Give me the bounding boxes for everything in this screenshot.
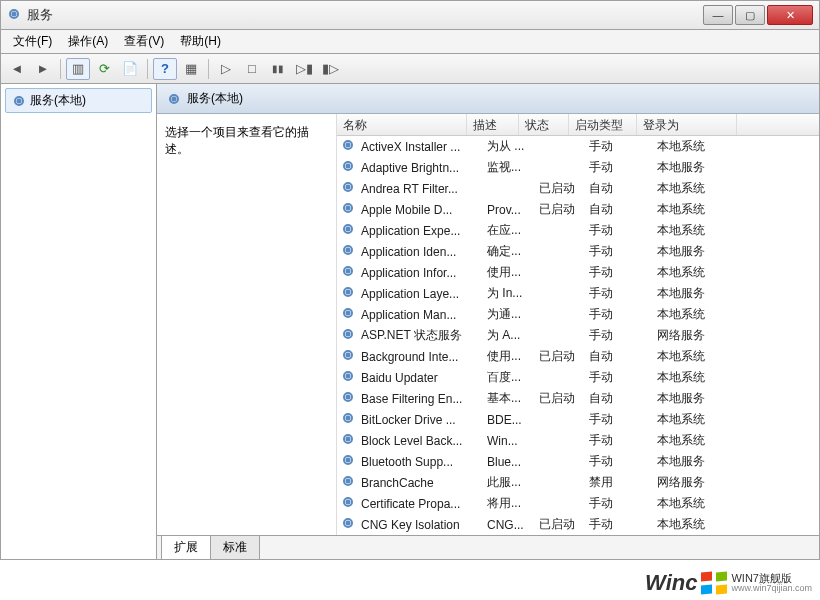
service-icon [341,474,357,491]
panel-body: 选择一个项目来查看它的描述。 名称 描述 状态 启动类型 登录为 ActiveX… [157,114,819,535]
cell-desc: 为通... [487,306,539,323]
resume-service-button[interactable]: ▮▷ [318,58,342,80]
table-row[interactable]: Apple Mobile D...Prov...已启动自动本地系统 [337,199,819,220]
service-icon [341,327,357,344]
col-status[interactable]: 状态 [519,114,569,135]
menu-help[interactable]: 帮助(H) [172,31,229,52]
cell-status: 已启动 [539,180,589,197]
svg-point-21 [347,291,350,294]
table-row[interactable]: BitLocker Drive ...BDE...手动本地系统 [337,409,819,430]
menu-action[interactable]: 操作(A) [60,31,116,52]
show-hide-tree-button[interactable]: ▥ [66,58,90,80]
cell-status: 已启动 [539,390,589,407]
table-row[interactable]: Application Laye...为 In...手动本地服务 [337,283,819,304]
cell-desc: 此服... [487,474,539,491]
cell-startup: 手动 [589,159,657,176]
table-row[interactable]: Application Iden...确定...手动本地服务 [337,241,819,262]
table-row[interactable]: ASP.NET 状态服务为 A...手动网络服务 [337,325,819,346]
table-row[interactable]: Application Expe...在应...手动本地系统 [337,220,819,241]
service-icon [341,369,357,386]
description-prompt: 选择一个项目来查看它的描述。 [165,124,328,158]
cell-logon: 网络服务 [657,474,757,491]
help-button[interactable]: ? [153,58,177,80]
pause-service-button[interactable]: ▮▮ [266,58,290,80]
cell-logon: 本地系统 [657,411,757,428]
properties-button[interactable]: ▦ [179,58,203,80]
cell-logon: 本地系统 [657,264,757,281]
cell-desc: 基本... [487,390,539,407]
separator [208,59,209,79]
start-service-button[interactable]: ▷ [214,58,238,80]
tab-extended[interactable]: 扩展 [161,536,211,560]
services-icon [12,94,26,108]
close-button[interactable]: ✕ [767,5,813,25]
tabs: 扩展 标准 [157,535,819,559]
service-icon [341,390,357,407]
forward-button[interactable]: ► [31,58,55,80]
col-name[interactable]: 名称 [337,114,467,135]
column-headers: 名称 描述 状态 启动类型 登录为 [337,114,819,136]
watermark: Winc WIN7旗舰版 www.win7qijian.com [641,568,816,598]
cell-startup: 自动 [589,180,657,197]
table-row[interactable]: Baidu Updater百度...手动本地系统 [337,367,819,388]
cell-status: 已启动 [539,516,589,533]
cell-startup: 手动 [589,453,657,470]
cell-desc: 确定... [487,243,539,260]
table-row[interactable]: Base Filtering En...基本...已启动自动本地服务 [337,388,819,409]
table-row[interactable]: Application Infor...使用...手动本地系统 [337,262,819,283]
table-row[interactable]: ActiveX Installer ...为从 ...手动本地系统 [337,136,819,157]
cell-logon: 本地系统 [657,348,757,365]
svg-point-25 [347,333,350,336]
table-row[interactable]: Background Inte...使用...已启动自动本地系统 [337,346,819,367]
cell-desc: 为 In... [487,285,539,302]
table-row[interactable]: Adaptive Brightn...监视...手动本地服务 [337,157,819,178]
titlebar[interactable]: 服务 — ▢ ✕ [0,0,820,30]
cell-desc: BDE... [487,413,539,427]
table-row[interactable]: Certificate Propa...将用...手动本地系统 [337,493,819,514]
table-row[interactable]: BranchCache此服...禁用网络服务 [337,472,819,493]
cell-desc: Win... [487,434,539,448]
tree-item-services-local[interactable]: 服务(本地) [5,88,152,113]
cell-name: Application Man... [361,308,487,322]
menu-view[interactable]: 查看(V) [116,31,172,52]
cell-name: BranchCache [361,476,487,490]
maximize-button[interactable]: ▢ [735,5,765,25]
service-icon [341,159,357,176]
col-desc[interactable]: 描述 [467,114,519,135]
service-rows[interactable]: ActiveX Installer ...为从 ...手动本地系统Adaptiv… [337,136,819,535]
export-button[interactable]: 📄 [118,58,142,80]
cell-desc: 在应... [487,222,539,239]
table-row[interactable]: Andrea RT Filter...已启动自动本地系统 [337,178,819,199]
cell-startup: 手动 [589,264,657,281]
svg-point-13 [347,207,350,210]
service-icon [341,285,357,302]
table-row[interactable]: CNG Key IsolationCNG...已启动手动本地系统 [337,514,819,535]
minimize-button[interactable]: — [703,5,733,25]
tab-standard[interactable]: 标准 [210,536,260,560]
table-row[interactable]: Bluetooth Supp...Blue...手动本地服务 [337,451,819,472]
col-logon[interactable]: 登录为 [637,114,737,135]
service-icon [341,180,357,197]
restart-service-button[interactable]: ▷▮ [292,58,316,80]
cell-startup: 手动 [589,495,657,512]
cell-startup: 手动 [589,411,657,428]
svg-point-19 [347,270,350,273]
refresh-button[interactable]: ⟳ [92,58,116,80]
cell-name: Baidu Updater [361,371,487,385]
cell-logon: 本地系统 [657,180,757,197]
stop-service-button[interactable]: □ [240,58,264,80]
table-row[interactable]: Block Level Back...Win...手动本地系统 [337,430,819,451]
cell-name: Base Filtering En... [361,392,487,406]
col-startup[interactable]: 启动类型 [569,114,637,135]
svg-point-29 [347,375,350,378]
service-icon [341,348,357,365]
menu-file[interactable]: 文件(F) [5,31,60,52]
table-row[interactable]: Application Man...为通...手动本地系统 [337,304,819,325]
back-button[interactable]: ◄ [5,58,29,80]
panel-header: 服务(本地) [157,84,819,114]
cell-desc: 为从 ... [487,138,539,155]
cell-logon: 本地服务 [657,453,757,470]
cell-startup: 手动 [589,285,657,302]
app-icon [7,7,21,24]
cell-name: Andrea RT Filter... [361,182,487,196]
